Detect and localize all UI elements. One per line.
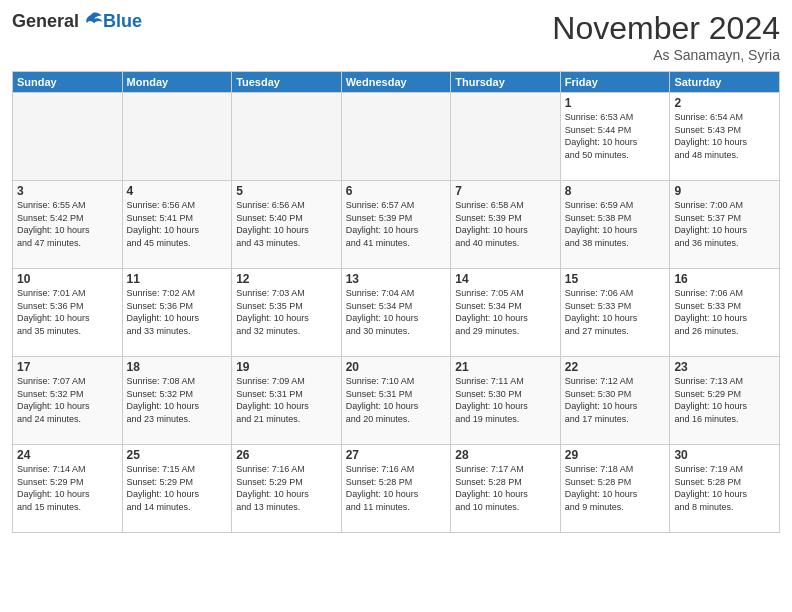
- day-info: Sunrise: 7:08 AMSunset: 5:32 PMDaylight:…: [127, 375, 228, 425]
- day-number: 3: [17, 184, 118, 198]
- calendar-cell: 29Sunrise: 7:18 AMSunset: 5:28 PMDayligh…: [560, 445, 670, 533]
- day-number: 24: [17, 448, 118, 462]
- calendar-cell: [13, 93, 123, 181]
- header-row: SundayMondayTuesdayWednesdayThursdayFrid…: [13, 72, 780, 93]
- calendar-cell: 6Sunrise: 6:57 AMSunset: 5:39 PMDaylight…: [341, 181, 451, 269]
- day-number: 22: [565, 360, 666, 374]
- calendar-cell: [451, 93, 561, 181]
- day-info: Sunrise: 6:55 AMSunset: 5:42 PMDaylight:…: [17, 199, 118, 249]
- day-info: Sunrise: 7:14 AMSunset: 5:29 PMDaylight:…: [17, 463, 118, 513]
- title-block: November 2024 As Sanamayn, Syria: [552, 10, 780, 63]
- calendar-cell: 30Sunrise: 7:19 AMSunset: 5:28 PMDayligh…: [670, 445, 780, 533]
- day-info: Sunrise: 7:11 AMSunset: 5:30 PMDaylight:…: [455, 375, 556, 425]
- col-header-monday: Monday: [122, 72, 232, 93]
- col-header-sunday: Sunday: [13, 72, 123, 93]
- logo-general-text: General: [12, 11, 79, 32]
- week-row-3: 10Sunrise: 7:01 AMSunset: 5:36 PMDayligh…: [13, 269, 780, 357]
- calendar-cell: 1Sunrise: 6:53 AMSunset: 5:44 PMDaylight…: [560, 93, 670, 181]
- day-number: 15: [565, 272, 666, 286]
- col-header-wednesday: Wednesday: [341, 72, 451, 93]
- day-info: Sunrise: 7:18 AMSunset: 5:28 PMDaylight:…: [565, 463, 666, 513]
- logo: General Blue: [12, 10, 142, 32]
- logo-blue-text: Blue: [103, 11, 142, 32]
- calendar-cell: 17Sunrise: 7:07 AMSunset: 5:32 PMDayligh…: [13, 357, 123, 445]
- calendar-cell: 16Sunrise: 7:06 AMSunset: 5:33 PMDayligh…: [670, 269, 780, 357]
- calendar-cell: 11Sunrise: 7:02 AMSunset: 5:36 PMDayligh…: [122, 269, 232, 357]
- day-info: Sunrise: 7:12 AMSunset: 5:30 PMDaylight:…: [565, 375, 666, 425]
- day-info: Sunrise: 6:57 AMSunset: 5:39 PMDaylight:…: [346, 199, 447, 249]
- day-number: 17: [17, 360, 118, 374]
- day-number: 9: [674, 184, 775, 198]
- calendar-cell: 7Sunrise: 6:58 AMSunset: 5:39 PMDaylight…: [451, 181, 561, 269]
- month-title: November 2024: [552, 10, 780, 47]
- calendar-cell: 20Sunrise: 7:10 AMSunset: 5:31 PMDayligh…: [341, 357, 451, 445]
- calendar-cell: 27Sunrise: 7:16 AMSunset: 5:28 PMDayligh…: [341, 445, 451, 533]
- day-number: 26: [236, 448, 337, 462]
- day-number: 6: [346, 184, 447, 198]
- calendar-cell: 9Sunrise: 7:00 AMSunset: 5:37 PMDaylight…: [670, 181, 780, 269]
- calendar-cell: 19Sunrise: 7:09 AMSunset: 5:31 PMDayligh…: [232, 357, 342, 445]
- day-info: Sunrise: 7:06 AMSunset: 5:33 PMDaylight:…: [674, 287, 775, 337]
- day-number: 2: [674, 96, 775, 110]
- calendar-cell: 5Sunrise: 6:56 AMSunset: 5:40 PMDaylight…: [232, 181, 342, 269]
- day-info: Sunrise: 7:02 AMSunset: 5:36 PMDaylight:…: [127, 287, 228, 337]
- day-number: 21: [455, 360, 556, 374]
- day-number: 18: [127, 360, 228, 374]
- location: As Sanamayn, Syria: [552, 47, 780, 63]
- day-number: 28: [455, 448, 556, 462]
- calendar-cell: 28Sunrise: 7:17 AMSunset: 5:28 PMDayligh…: [451, 445, 561, 533]
- calendar-cell: 15Sunrise: 7:06 AMSunset: 5:33 PMDayligh…: [560, 269, 670, 357]
- day-number: 4: [127, 184, 228, 198]
- day-number: 5: [236, 184, 337, 198]
- day-number: 25: [127, 448, 228, 462]
- day-info: Sunrise: 6:58 AMSunset: 5:39 PMDaylight:…: [455, 199, 556, 249]
- calendar-cell: 25Sunrise: 7:15 AMSunset: 5:29 PMDayligh…: [122, 445, 232, 533]
- week-row-1: 1Sunrise: 6:53 AMSunset: 5:44 PMDaylight…: [13, 93, 780, 181]
- day-info: Sunrise: 7:19 AMSunset: 5:28 PMDaylight:…: [674, 463, 775, 513]
- calendar-cell: 22Sunrise: 7:12 AMSunset: 5:30 PMDayligh…: [560, 357, 670, 445]
- logo-bird-icon: [81, 10, 103, 32]
- calendar-cell: 21Sunrise: 7:11 AMSunset: 5:30 PMDayligh…: [451, 357, 561, 445]
- day-number: 19: [236, 360, 337, 374]
- calendar-cell: 2Sunrise: 6:54 AMSunset: 5:43 PMDaylight…: [670, 93, 780, 181]
- calendar-cell: 18Sunrise: 7:08 AMSunset: 5:32 PMDayligh…: [122, 357, 232, 445]
- calendar-cell: [122, 93, 232, 181]
- day-number: 23: [674, 360, 775, 374]
- day-info: Sunrise: 6:56 AMSunset: 5:40 PMDaylight:…: [236, 199, 337, 249]
- day-info: Sunrise: 7:13 AMSunset: 5:29 PMDaylight:…: [674, 375, 775, 425]
- calendar-cell: 26Sunrise: 7:16 AMSunset: 5:29 PMDayligh…: [232, 445, 342, 533]
- day-info: Sunrise: 7:00 AMSunset: 5:37 PMDaylight:…: [674, 199, 775, 249]
- calendar-cell: 13Sunrise: 7:04 AMSunset: 5:34 PMDayligh…: [341, 269, 451, 357]
- day-number: 30: [674, 448, 775, 462]
- day-info: Sunrise: 7:16 AMSunset: 5:28 PMDaylight:…: [346, 463, 447, 513]
- page-container: General Blue November 2024 As Sanamayn, …: [0, 0, 792, 541]
- day-info: Sunrise: 7:16 AMSunset: 5:29 PMDaylight:…: [236, 463, 337, 513]
- calendar-cell: 14Sunrise: 7:05 AMSunset: 5:34 PMDayligh…: [451, 269, 561, 357]
- day-number: 27: [346, 448, 447, 462]
- calendar-cell: [232, 93, 342, 181]
- week-row-2: 3Sunrise: 6:55 AMSunset: 5:42 PMDaylight…: [13, 181, 780, 269]
- day-number: 8: [565, 184, 666, 198]
- day-info: Sunrise: 6:59 AMSunset: 5:38 PMDaylight:…: [565, 199, 666, 249]
- calendar-cell: 4Sunrise: 6:56 AMSunset: 5:41 PMDaylight…: [122, 181, 232, 269]
- calendar-cell: 24Sunrise: 7:14 AMSunset: 5:29 PMDayligh…: [13, 445, 123, 533]
- col-header-friday: Friday: [560, 72, 670, 93]
- calendar-table: SundayMondayTuesdayWednesdayThursdayFrid…: [12, 71, 780, 533]
- week-row-4: 17Sunrise: 7:07 AMSunset: 5:32 PMDayligh…: [13, 357, 780, 445]
- calendar-cell: [341, 93, 451, 181]
- day-number: 14: [455, 272, 556, 286]
- day-number: 11: [127, 272, 228, 286]
- day-info: Sunrise: 7:05 AMSunset: 5:34 PMDaylight:…: [455, 287, 556, 337]
- day-number: 10: [17, 272, 118, 286]
- col-header-tuesday: Tuesday: [232, 72, 342, 93]
- day-info: Sunrise: 7:15 AMSunset: 5:29 PMDaylight:…: [127, 463, 228, 513]
- day-info: Sunrise: 6:56 AMSunset: 5:41 PMDaylight:…: [127, 199, 228, 249]
- day-number: 12: [236, 272, 337, 286]
- day-info: Sunrise: 7:04 AMSunset: 5:34 PMDaylight:…: [346, 287, 447, 337]
- col-header-saturday: Saturday: [670, 72, 780, 93]
- day-info: Sunrise: 7:09 AMSunset: 5:31 PMDaylight:…: [236, 375, 337, 425]
- day-number: 20: [346, 360, 447, 374]
- day-info: Sunrise: 6:54 AMSunset: 5:43 PMDaylight:…: [674, 111, 775, 161]
- day-number: 16: [674, 272, 775, 286]
- day-number: 1: [565, 96, 666, 110]
